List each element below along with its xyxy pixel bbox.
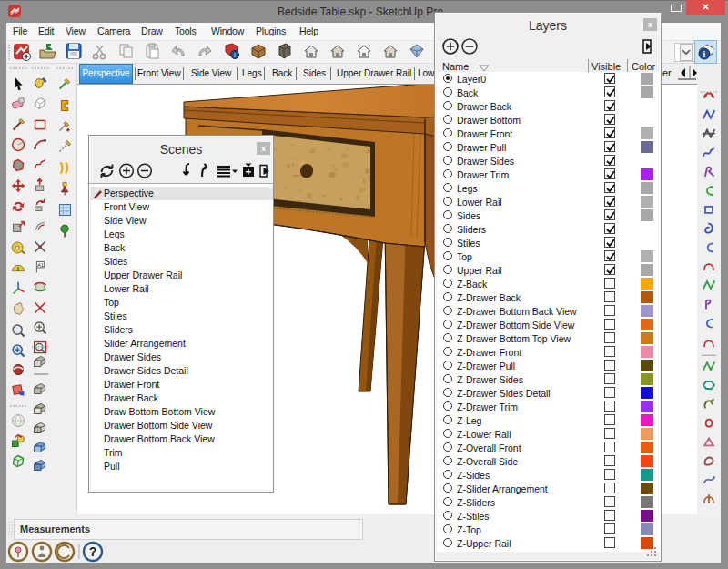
svg-text:i: i [703,49,706,59]
svg-text:A1: A1 [37,262,44,268]
svg-text:?: ? [89,544,97,559]
svg-text:i: i [234,51,236,59]
